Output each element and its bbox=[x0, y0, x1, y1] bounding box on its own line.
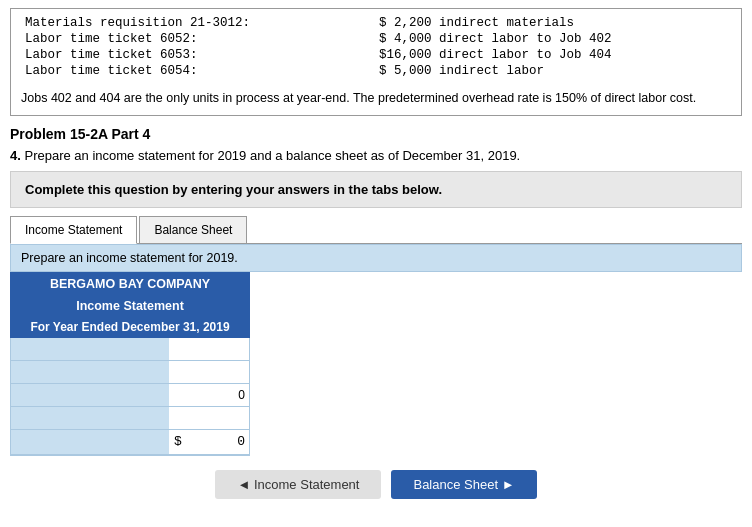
bottom-navigation: ◄ Income Statement Balance Sheet ► bbox=[0, 470, 752, 507]
value-input[interactable] bbox=[169, 361, 249, 383]
company-header-table: BERGAMO BAY COMPANY Income Statement For… bbox=[10, 272, 250, 338]
income-statement-form: BERGAMO BAY COMPANY Income Statement For… bbox=[10, 272, 742, 456]
label-input[interactable] bbox=[11, 361, 169, 383]
total-row: $ 0 bbox=[11, 430, 249, 455]
problem-description: 4. Prepare an income statement for 2019 … bbox=[10, 148, 742, 163]
total-label-cell bbox=[11, 430, 169, 454]
value-input[interactable] bbox=[169, 384, 249, 406]
source-document-row: Labor time ticket 6054:$ 5,000 indirect … bbox=[21, 63, 731, 79]
total-value: 0 bbox=[187, 430, 249, 454]
source-document-row: Labor time ticket 6052:$ 4,000 direct la… bbox=[21, 31, 731, 47]
source-document-row: Materials requisition 21-3012:$ 2,200 in… bbox=[21, 15, 731, 31]
data-entry-area: $ 0 bbox=[10, 338, 250, 456]
data-row bbox=[11, 384, 249, 407]
statement-subtitle: Income Statement bbox=[10, 296, 250, 316]
value-input[interactable] bbox=[169, 407, 249, 429]
tab-balance-sheet[interactable]: Balance Sheet bbox=[139, 216, 247, 243]
source-documents-box: Materials requisition 21-3012:$ 2,200 in… bbox=[10, 8, 742, 116]
label-input[interactable] bbox=[11, 407, 169, 429]
tab-income-statement[interactable]: Income Statement bbox=[10, 216, 137, 244]
source-document-row: Labor time ticket 6053:$16,000 direct la… bbox=[21, 47, 731, 63]
data-row bbox=[11, 338, 249, 361]
value-input[interactable] bbox=[169, 338, 249, 360]
problem-title: Problem 15-2A Part 4 bbox=[10, 126, 742, 142]
instruction-box: Complete this question by entering your … bbox=[10, 171, 742, 208]
source-documents-table: Materials requisition 21-3012:$ 2,200 in… bbox=[21, 15, 731, 79]
next-button[interactable]: Balance Sheet ► bbox=[391, 470, 536, 499]
tab-content-label: Prepare an income statement for 2019. bbox=[10, 244, 742, 272]
dollar-sign: $ bbox=[169, 430, 187, 454]
data-row bbox=[11, 361, 249, 384]
label-input[interactable] bbox=[11, 338, 169, 360]
data-row bbox=[11, 407, 249, 430]
statement-period: For Year Ended December 31, 2019 bbox=[10, 316, 250, 338]
overhead-note: Jobs 402 and 404 are the only units in p… bbox=[21, 91, 731, 105]
company-name: BERGAMO BAY COMPANY bbox=[10, 272, 250, 296]
tabs-container: Income Statement Balance Sheet bbox=[10, 208, 742, 244]
label-input[interactable] bbox=[11, 384, 169, 406]
prev-button[interactable]: ◄ Income Statement bbox=[215, 470, 381, 499]
